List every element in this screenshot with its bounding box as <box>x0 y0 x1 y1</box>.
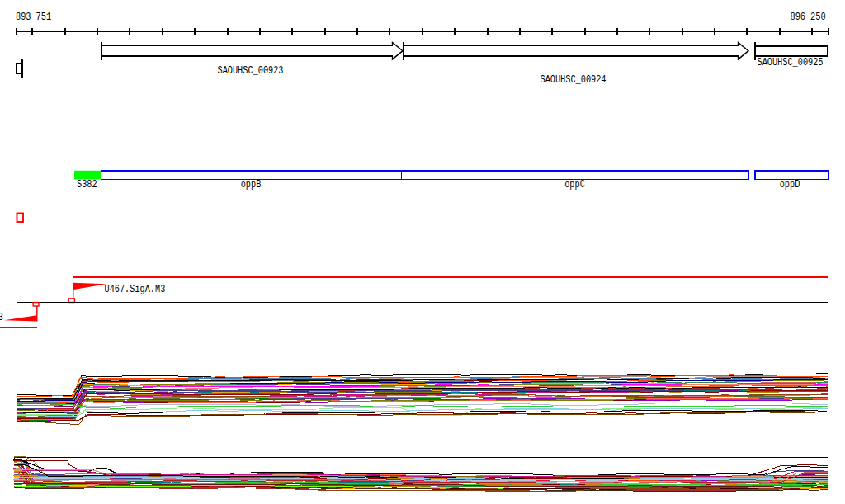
svg-text:SAOUHSC_00925: SAOUHSC_00925 <box>758 57 824 68</box>
svg-text:896 250: 896 250 <box>791 12 826 23</box>
svg-text:893 751: 893 751 <box>16 12 51 23</box>
svg-text:SAOUHSC_00923: SAOUHSC_00923 <box>218 65 284 77</box>
svg-text:oppB: oppB <box>241 179 262 191</box>
svg-text:SAOUHSC_00924: SAOUHSC_00924 <box>541 74 607 86</box>
svg-text:3: 3 <box>0 312 3 323</box>
svg-text:U467.SigA.M3: U467.SigA.M3 <box>105 284 166 295</box>
svg-text:oppD: oppD <box>780 179 800 191</box>
svg-text:oppC: oppC <box>564 179 585 191</box>
svg-text:S382: S382 <box>77 179 97 191</box>
